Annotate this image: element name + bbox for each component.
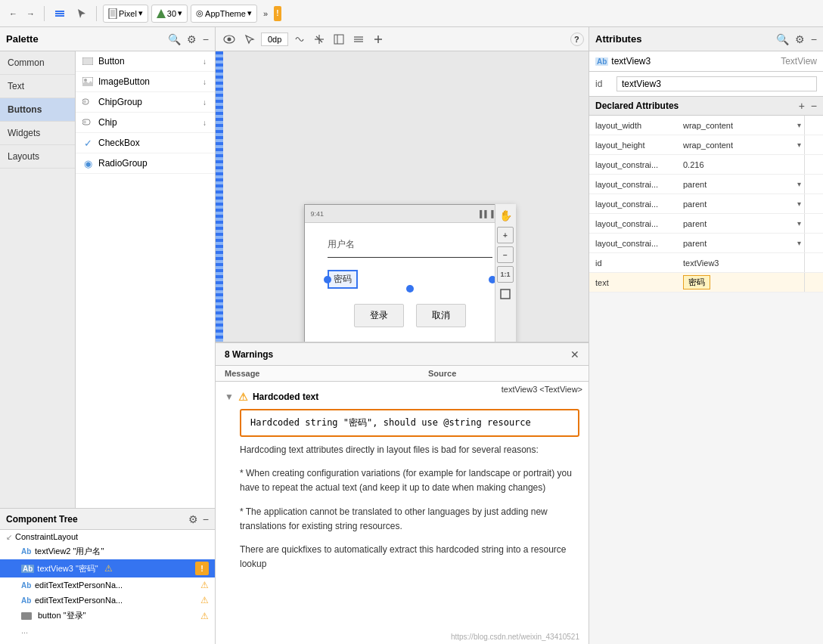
zoom-arrow: ▾ [178,8,182,18]
frame-btn[interactable] [497,286,514,302]
more-options-btn[interactable]: » [260,8,271,20]
tree-item-edittext1[interactable]: Ab editTextTextPersonNa... ⚠ [0,577,215,593]
theme-dropdown[interactable]: ◎ AppTheme ▾ [191,5,257,23]
zoom-dropdown[interactable]: 30 ▾ [151,5,188,23]
warnings-close-btn[interactable]: ✕ [570,348,579,361]
canvas-animate-btn[interactable] [291,33,308,46]
tree-item-constraint[interactable]: ↙ ConstraintLayout [0,530,215,543]
password-element[interactable]: 密码 [328,270,358,289]
ab-icon-et2: Ab [21,596,32,605]
attr-lc2-divider [804,175,805,194]
zoom-out-btn[interactable]: − [497,246,514,263]
col-message-label: Message [225,369,428,378]
anchor-bottom [406,285,414,293]
palette-item-button[interactable]: Button ↓ [76,51,215,72]
tree-partial-label: ... [21,626,28,635]
attr-minimize-btn[interactable]: − [811,33,817,45]
button-item-actions: ↓ [200,57,209,67]
radiogroup-label: RadioGroup [98,158,148,169]
login-button[interactable]: 登录 [354,304,404,327]
ab-icon-tv2: Ab [21,547,32,556]
palette-tab-widgets[interactable]: Widgets [0,122,75,145]
chip-download-icon[interactable]: ↓ [200,118,209,128]
attr-header-actions: 🔍 ⚙ − [776,33,817,45]
warning-desc1: Hardcoding text attributes directly in l… [240,443,579,457]
attr-lc5-divider [804,234,805,252]
attr-row-id: id textView3 [589,253,823,273]
tree-item-partial[interactable]: ... [0,624,215,637]
btn-warning-icon: ⚠ [200,611,209,621]
tree-item-textview2[interactable]: Ab textView2 "用户名" [0,543,215,559]
attr-lc5-dropdown[interactable]: ▾ [797,239,801,247]
attr-name-lc5: layout_constrai... [589,239,680,248]
attr-settings-btn[interactable]: ⚙ [795,33,805,45]
palette-tab-text[interactable]: Text [0,75,75,98]
palette-tab-layouts[interactable]: Layouts [0,145,75,169]
attr-lw-dropdown[interactable]: ▾ [797,121,801,129]
warning-desc2: * When creating configuration variations… [240,466,579,495]
palette-tab-common[interactable]: Common [0,51,75,75]
attr-id-row: id [589,72,823,97]
tree-item-textview3[interactable]: Ab textView3 "密码" ⚠ ! [0,559,215,577]
palette-item-imagebutton[interactable]: ImageButton ↓ [76,72,215,92]
palette-minimize-btn[interactable]: − [203,33,209,45]
attr-lc4-dropdown[interactable]: ▾ [797,219,801,228]
svg-rect-2 [55,15,64,17]
device-dropdown[interactable]: Pixel ▾ [103,5,148,23]
col-source-label: Source [428,369,579,378]
attr-lh-dropdown[interactable]: ▾ [797,141,801,149]
imagebutton-download-icon[interactable]: ↓ [200,77,209,87]
canvas-layout-btn[interactable] [331,33,347,46]
tree-settings-btn[interactable]: ⚙ [188,513,198,525]
canvas-align-btn[interactable] [350,33,367,46]
canvas-help-btn[interactable]: ? [570,33,584,46]
tree-textview2-label: textView2 "用户名" [35,546,104,557]
attr-id-input[interactable] [616,76,817,91]
select-btn[interactable] [72,6,90,21]
layers-btn[interactable] [51,6,69,21]
canvas-more-btn[interactable] [370,33,387,46]
zoom-fit-btn[interactable]: 1:1 [497,266,514,283]
tree-item-button[interactable]: button "登录" ⚠ [0,608,215,624]
chipgroup-download-icon[interactable]: ↓ [200,98,209,107]
attr-lc1-divider [804,155,805,174]
palette-item-radiogroup[interactable]: ◉ RadioGroup [76,153,215,174]
attr-val-lc1-text: 0.216 [683,160,704,169]
palette-search-btn[interactable]: 🔍 [168,33,181,45]
attr-lc4-divider [804,214,805,233]
attr-lc2-dropdown[interactable]: ▾ [797,180,801,188]
hand-tool-btn[interactable]: ✋ [497,207,514,224]
button-download-icon[interactable]: ↓ [200,57,209,67]
attr-val-lh: wrap_content ▾ [680,141,804,150]
svg-point-15 [228,37,231,41]
component-tree-title: Component Tree [6,514,78,525]
navigate-back-btn[interactable]: ← [6,8,20,20]
palette-item-checkbox[interactable]: ✓ CheckBox [76,133,215,153]
anchor-left [324,276,331,283]
warnings-panel: 8 Warnings ✕ Message Source ▼ ⚠ Hardcode… [216,342,589,644]
attr-lc3-dropdown[interactable]: ▾ [797,200,801,208]
tree-minimize-btn[interactable]: − [203,513,209,525]
canvas-select-btn[interactable] [241,33,258,46]
navigate-forward-btn[interactable]: → [23,8,38,20]
tree-edittext1-label: editTextTextPersonNa... [35,581,123,590]
offset-display[interactable]: 0dp [261,33,288,46]
zoom-in-btn[interactable]: + [497,227,514,243]
palette-item-chipgroup[interactable]: ChipGroup ↓ [76,92,215,113]
password-row: 密码 [328,270,492,289]
palette-settings-btn[interactable]: ⚙ [187,33,197,45]
canvas-eye-btn[interactable] [220,33,238,45]
palette-item-chip[interactable]: Chip ↓ [76,113,215,133]
attr-row-lc1: layout_constrai... 0.216 [589,155,823,175]
add-attr-btn[interactable]: + [799,100,805,112]
tree-edittext2-label: editTextTextPersonNa... [35,596,123,605]
attr-search-btn[interactable]: 🔍 [776,33,789,45]
tree-item-edittext2[interactable]: Ab editTextTextPersonNa... ⚠ [0,593,215,608]
palette-tab-buttons[interactable]: Buttons [0,98,75,122]
canvas-magic-btn[interactable] [311,33,328,46]
warnings-content: ▼ ⚠ Hardcoded text Hardcoded string "密码"… [216,382,589,644]
remove-attr-btn[interactable]: − [811,100,817,112]
radiogroup-icon: ◉ [82,157,94,169]
theme-arrow: ▾ [247,8,252,18]
cancel-button[interactable]: 取消 [416,304,466,327]
